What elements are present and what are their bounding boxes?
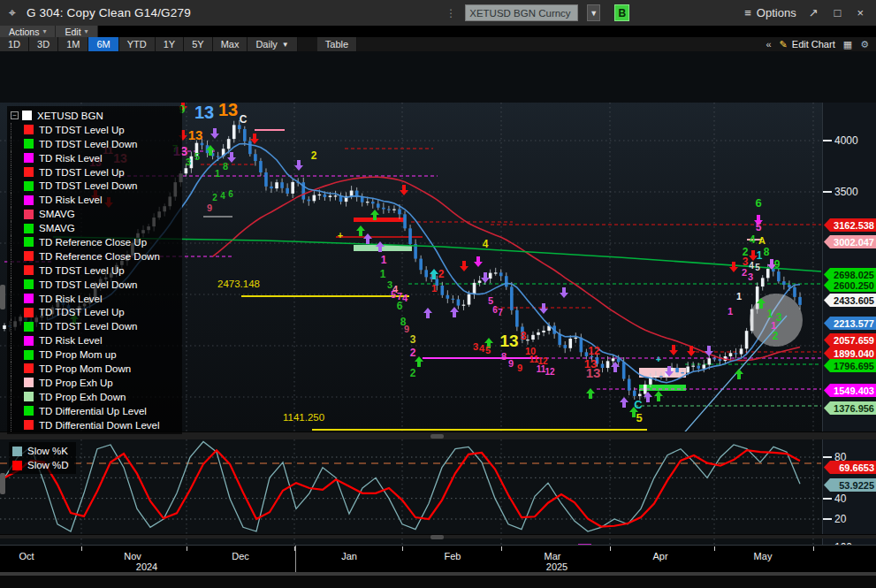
candle-body (515, 310, 519, 327)
td-count-label: 12 (588, 345, 600, 357)
price-tag: 1796.695 (824, 359, 876, 372)
candle-body (441, 286, 445, 295)
annotate-icon[interactable]: ▦ (843, 39, 852, 50)
b-button[interactable]: B (614, 4, 629, 21)
timeframe-tab-6m[interactable]: 6M (88, 37, 118, 51)
legend-item[interactable]: TD TDST Level Up (11, 305, 182, 319)
legend-label: TD Prop Exh Down (39, 392, 126, 402)
td-count-label: 1 (727, 306, 733, 317)
legend-item[interactable]: TD Reference Close Down (11, 249, 182, 263)
settings-gear-icon[interactable]: ⚙ (860, 39, 869, 50)
axis-tick-label: 3500 (834, 186, 858, 198)
stochastic-panel[interactable] (0, 439, 822, 534)
candle-body (580, 338, 583, 353)
options-button[interactable]: ≡ Options (744, 6, 796, 19)
td-count-label: 13 (188, 127, 203, 142)
security-input[interactable] (465, 4, 578, 21)
close-icon[interactable]: × (853, 6, 867, 19)
legend-tree-line (11, 362, 19, 376)
price-tag: 3162.538 (824, 218, 876, 232)
legend-item[interactable]: −XETUSD BGN (11, 109, 182, 123)
legend-item[interactable]: TD TDST Level Up (11, 123, 182, 137)
legend-item[interactable]: TD TDST Level Up (11, 263, 182, 278)
panel-separator[interactable] (0, 534, 876, 538)
maximize-icon[interactable]: □ (831, 6, 845, 19)
actions-menu[interactable]: Actions▾ (0, 26, 56, 37)
legend-tree-line (11, 165, 19, 179)
legend-tree-line (11, 193, 19, 207)
legend-tree-line (11, 305, 19, 319)
price-tag: 1549.403 (824, 384, 876, 397)
legend-item[interactable]: TD TDST Level Down (11, 319, 182, 333)
legend-item[interactable]: SMAVG (11, 207, 182, 221)
month-tick (610, 546, 611, 551)
legend-label: TD Risk Level (39, 195, 103, 205)
candle-body (371, 202, 375, 203)
legend-item[interactable]: TD Risk Level (11, 333, 182, 347)
legend-swatch (24, 406, 34, 416)
security-dropdown-icon[interactable]: ▼ (587, 4, 600, 21)
candle-body (740, 348, 743, 354)
separator-grip[interactable] (430, 535, 444, 539)
td-count-label: 4 (402, 293, 408, 303)
legend-item[interactable]: TD Risk Level (11, 292, 182, 306)
candle-body (531, 335, 535, 340)
legend-label: TD Risk Level (39, 153, 103, 164)
legend-item[interactable]: TD TDST Level Up (11, 165, 182, 179)
candle-body (275, 182, 278, 188)
td-count-label: C (634, 398, 643, 411)
legend-item[interactable]: TD Differential Down Level (11, 418, 182, 432)
timeframe-tab-5y[interactable]: 5Y (184, 37, 212, 51)
candle-body (329, 195, 332, 197)
candle-body (537, 332, 540, 335)
legend-item[interactable]: TD Prop Exh Up (11, 376, 182, 390)
legend-item[interactable]: TD Risk Level (11, 151, 182, 165)
edit-menu[interactable]: Edit▾ (56, 26, 97, 37)
timeframe-tab-3d[interactable]: 3D (29, 37, 58, 51)
td-up-arrow (654, 391, 663, 401)
legend-item[interactable]: TD Prop Exh Down (11, 390, 182, 404)
td-count-label: + (656, 354, 661, 364)
month-tick (501, 546, 502, 551)
candle-body (185, 168, 188, 173)
popout-icon[interactable]: ↗ (805, 6, 822, 19)
legend-expander-icon[interactable]: − (11, 111, 19, 119)
legend-label: SMAVG (39, 223, 75, 233)
legend-item[interactable]: TD Prop Mom up (11, 347, 182, 362)
legend-swatch (24, 336, 34, 346)
candle-body (558, 334, 561, 345)
td-count-label: 4 (750, 233, 756, 246)
legend-item[interactable]: TD Reference Close Up (11, 235, 182, 249)
price-tag: 2600.250 (824, 279, 876, 292)
legend-item[interactable]: TD TDST Level Down (11, 179, 182, 193)
timeframe-tab-ytd[interactable]: YTD (119, 37, 156, 51)
legend-item[interactable]: TD Risk Level (11, 193, 182, 207)
candle-body (3, 325, 6, 329)
td-up-arrow (620, 397, 628, 408)
panel-grip[interactable] (0, 285, 5, 309)
timeframe-tab-1d[interactable]: 1D (0, 37, 29, 51)
legend-label: TD TDST Level Down (39, 279, 137, 290)
legend-label: TD Prop Mom Down (39, 363, 131, 374)
panel-grip[interactable] (0, 473, 5, 494)
candle-body (659, 376, 663, 377)
legend-item[interactable]: SMAVG (11, 221, 182, 235)
edit-chart-button[interactable]: ✎ Edit Chart (780, 39, 835, 50)
table-tab[interactable]: Table (317, 37, 357, 51)
collapse-icon[interactable]: « (766, 39, 771, 50)
legend-item[interactable]: TD TDST Level Down (11, 137, 182, 151)
timeframe-tab-1y[interactable]: 1Y (156, 37, 184, 51)
legend-item[interactable]: TD TDST Level Down (11, 278, 182, 292)
period-dropdown[interactable]: Daily▼ (248, 37, 297, 51)
legend-swatch (24, 279, 34, 289)
bloomberg-chart-window: ⌖ G 304: Copy Clean G14/G279 ⋮ ▼ B ≡ Opt… (0, 0, 876, 588)
td-count-label: 3 (186, 157, 191, 167)
drag-handle-icon[interactable]: ⋮ (446, 7, 456, 19)
timeframe-tab-max[interactable]: Max (213, 37, 248, 51)
candle-body (697, 366, 700, 369)
timeframe-tab-1m[interactable]: 1M (58, 37, 88, 51)
move-icon[interactable]: ⌖ (9, 5, 16, 20)
separator-grip[interactable] (430, 434, 444, 439)
legend-item[interactable]: TD Prop Mom Down (11, 362, 182, 376)
legend-item[interactable]: TD Differential Up Level (11, 404, 182, 418)
